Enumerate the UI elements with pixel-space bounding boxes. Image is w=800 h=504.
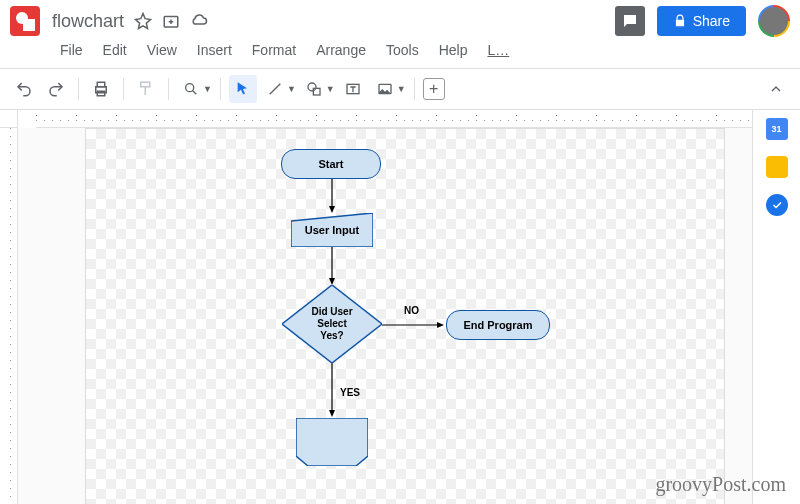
svg-point-5 [186,84,194,92]
shape-end-label: End Program [463,319,532,331]
tasks-addon-icon[interactable] [766,194,788,216]
menu-arrange[interactable]: Arrange [308,38,374,62]
side-panel: 31 [752,110,800,504]
menu-tools[interactable]: Tools [378,38,427,62]
document-title[interactable]: flowchart [52,11,124,32]
keep-addon-icon[interactable] [766,156,788,178]
svg-rect-4 [141,82,150,87]
menu-bar: File Edit View Insert Format Arrange Too… [0,36,800,68]
app-logo[interactable] [10,6,40,36]
zoom-caret-icon[interactable]: ▼ [203,84,212,94]
label-no: NO [404,305,419,316]
redo-button[interactable] [42,75,70,103]
menu-help[interactable]: Help [431,38,476,62]
print-button[interactable] [87,75,115,103]
zoom-button[interactable] [177,75,205,103]
textbox-tool[interactable] [339,75,367,103]
svg-marker-20 [296,418,368,466]
shape-end[interactable]: End Program [446,310,550,340]
share-button[interactable]: Share [657,6,746,36]
share-button-label: Share [693,13,730,29]
menu-edit[interactable]: Edit [95,38,135,62]
arrow-input-to-decision[interactable] [329,247,335,287]
svg-point-6 [308,83,316,91]
shape-decision-label: Did User Select Yes? [311,306,352,342]
shape-start[interactable]: Start [281,149,381,179]
undo-button[interactable] [10,75,38,103]
shape-tool[interactable] [300,75,328,103]
menu-file[interactable]: File [52,38,91,62]
menu-view[interactable]: View [139,38,185,62]
menu-insert[interactable]: Insert [189,38,240,62]
label-yes: YES [340,387,360,398]
svg-marker-17 [437,322,444,328]
arrow-decision-to-card[interactable] [329,363,335,419]
arrow-decision-to-end[interactable] [382,321,446,329]
star-icon[interactable] [134,12,152,30]
shape-decision[interactable]: Did User Select Yes? [282,285,382,363]
line-tool[interactable] [261,75,289,103]
shape-start-label: Start [318,158,343,170]
menu-overflow[interactable]: L… [479,38,517,62]
drawing-canvas[interactable]: Start User Input [85,128,725,504]
comments-button[interactable] [615,6,645,36]
calendar-day-label: 31 [771,124,781,134]
lock-icon [673,14,687,28]
cloud-saved-icon[interactable] [190,12,208,30]
paint-format-button[interactable] [132,75,160,103]
image-tool[interactable] [371,75,399,103]
watermark: groovyPost.com [655,473,786,496]
svg-marker-19 [329,410,335,417]
shape-card[interactable] [296,418,368,466]
arrow-start-to-input[interactable] [329,179,335,215]
menu-format[interactable]: Format [244,38,304,62]
line-caret-icon[interactable]: ▼ [287,84,296,94]
svg-rect-7 [313,88,320,95]
insert-comment-button[interactable]: + [423,78,445,100]
select-tool[interactable] [229,75,257,103]
svg-marker-11 [329,206,335,213]
shape-user-input[interactable]: User Input [291,213,373,247]
toolbar: ▼ ▼ ▼ ▼ + [0,68,800,110]
collapse-toolbar-button[interactable] [762,75,790,103]
horizontal-ruler [36,110,752,128]
shape-user-input-label: User Input [305,224,359,236]
shape-caret-icon[interactable]: ▼ [326,84,335,94]
move-icon[interactable] [162,12,180,30]
calendar-addon-icon[interactable]: 31 [766,118,788,140]
svg-marker-14 [329,278,335,285]
account-avatar[interactable] [758,5,790,37]
image-caret-icon[interactable]: ▼ [397,84,406,94]
svg-rect-2 [97,82,105,87]
vertical-ruler [0,128,18,504]
